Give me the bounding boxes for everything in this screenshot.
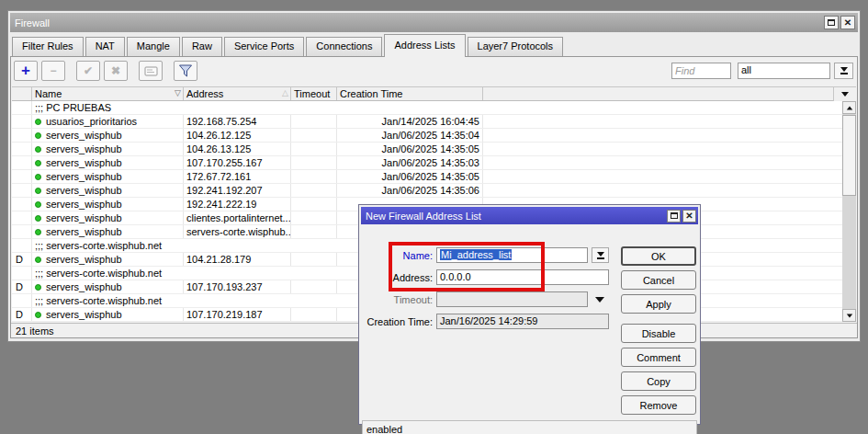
- check-icon: ✔: [84, 64, 93, 77]
- scroll-up-button[interactable]: [842, 101, 856, 114]
- disable-button[interactable]: ✖: [104, 61, 128, 81]
- tab-bar: Filter Rules NAT Mangle Raw Service Port…: [10, 32, 858, 56]
- timeout-cell: [291, 211, 337, 224]
- name-input[interactable]: Mi_address_list: [436, 247, 588, 263]
- name-cell: servers_wisphub: [32, 143, 184, 155]
- comment-button[interactable]: [139, 61, 163, 81]
- table-row[interactable]: servers_wisphub104.26.12.125Jan/06/2025 …: [12, 129, 856, 143]
- close-button[interactable]: ✕: [840, 16, 855, 29]
- dialog-maximize-button[interactable]: [667, 210, 681, 223]
- address-input[interactable]: 0.0.0.0: [436, 269, 609, 285]
- dialog-close-button[interactable]: ✕: [682, 210, 696, 223]
- name-value-selected: Mi_address_list: [440, 249, 512, 260]
- creation-time-cell: Jan/06/2025 14:35:05: [337, 143, 483, 155]
- header-timeout[interactable]: Timeout: [291, 87, 337, 100]
- address-cell: 104.21.28.179: [184, 253, 291, 266]
- name-cell: servers_wisphub: [32, 308, 184, 321]
- address-cell: 104.26.13.125: [184, 143, 291, 155]
- dropdown-load-icon: [840, 67, 848, 74]
- list-filter-dropdown-button[interactable]: [834, 63, 853, 79]
- maximize-button[interactable]: [824, 16, 839, 29]
- name-dropdown-button[interactable]: [592, 247, 609, 263]
- flag-cell: [12, 198, 32, 211]
- tab-connections[interactable]: Connections: [306, 37, 382, 56]
- header-filler: [483, 87, 856, 100]
- dialog-status-bar: enabled: [362, 420, 697, 434]
- tab-layer7-protocols[interactable]: Layer7 Protocols: [468, 37, 564, 56]
- comment-button[interactable]: Comment: [621, 348, 696, 367]
- remove-button[interactable]: −: [41, 61, 65, 81]
- filler-cell: [483, 115, 856, 128]
- disable-button[interactable]: Disable: [621, 324, 696, 343]
- arrow-down-icon: [846, 314, 851, 317]
- remove-button[interactable]: Remove: [621, 395, 696, 415]
- arrow-up-icon: [846, 106, 851, 109]
- sort-descending-icon: ▽: [175, 88, 181, 97]
- ok-button[interactable]: OK: [621, 246, 696, 266]
- table-row[interactable]: servers_wisphub192.241.192.207Jan/06/202…: [12, 184, 856, 198]
- close-icon: ✕: [844, 18, 851, 28]
- name-cell: servers_wisphub: [32, 129, 184, 142]
- header-creation-time[interactable]: Creation Time: [337, 87, 483, 100]
- scroll-down-button[interactable]: [842, 309, 856, 322]
- timeout-input[interactable]: [436, 291, 588, 307]
- enabled-dot-icon: [35, 119, 41, 125]
- timeout-dropdown-arrow-icon[interactable]: [595, 297, 604, 303]
- tab-address-lists[interactable]: Address Lists: [384, 34, 465, 57]
- enabled-dot-icon: [35, 257, 41, 263]
- column-select-button[interactable]: [833, 87, 856, 101]
- table-row[interactable]: usuarios_prioritarios192.168.75.254Jan/1…: [12, 115, 856, 129]
- enabled-dot-icon: [35, 146, 41, 153]
- list-filter-select[interactable]: all: [738, 63, 830, 79]
- apply-button[interactable]: Apply: [621, 294, 696, 314]
- cancel-button[interactable]: Cancel: [621, 270, 696, 290]
- flag-cell: [12, 156, 32, 169]
- address-cell: 107.170.219.187: [184, 308, 291, 321]
- plus-icon: +: [21, 64, 30, 77]
- enable-button[interactable]: ✔: [76, 61, 100, 81]
- find-input[interactable]: [671, 63, 731, 79]
- enabled-dot-icon: [35, 174, 41, 180]
- tab-nat[interactable]: NAT: [85, 37, 125, 56]
- copy-button[interactable]: Copy: [621, 371, 696, 391]
- flag-cell: [12, 115, 32, 128]
- tab-service-ports[interactable]: Service Ports: [224, 37, 304, 56]
- creation-time-field: Jan/16/2025 14:29:59: [436, 314, 609, 329]
- creation-time-label: Creation Time:: [361, 316, 433, 327]
- comment-text: ;;; PC PRUEBAS: [32, 101, 856, 114]
- tab-mangle[interactable]: Mangle: [127, 37, 180, 56]
- scrollbar-thumb[interactable]: [842, 115, 856, 196]
- table-header: Name ▽ Address △ Timeout Creation Time: [12, 86, 856, 101]
- filter-button[interactable]: [174, 61, 197, 81]
- entry-name: servers_wisphub: [46, 171, 122, 182]
- vertical-scrollbar[interactable]: [842, 101, 856, 322]
- dialog-titlebar[interactable]: New Firewall Address List ✕: [361, 207, 698, 224]
- toolbar: + − ✔ ✖: [14, 61, 201, 81]
- flag-cell: [12, 211, 32, 224]
- table-row[interactable]: servers_wisphub104.26.13.125Jan/06/2025 …: [12, 143, 856, 156]
- timeout-cell: [291, 184, 337, 197]
- flag-cell: [12, 129, 32, 142]
- maximize-icon: [828, 19, 835, 26]
- enabled-dot-icon: [35, 215, 41, 222]
- tab-filter-rules[interactable]: Filter Rules: [12, 37, 84, 56]
- entry-name: servers_wisphub: [46, 143, 122, 154]
- creation-time-cell: Jan/06/2025 14:35:03: [337, 156, 483, 169]
- table-row[interactable]: servers_wisphub107.170.255.167Jan/06/202…: [12, 156, 856, 170]
- name-cell: usuarios_prioritarios: [32, 115, 184, 128]
- window-titlebar[interactable]: Firewall ✕: [10, 13, 858, 32]
- dialog-body: Name: Mi_address_list Address: 0.0.0.0 T…: [361, 224, 698, 422]
- header-address[interactable]: Address △: [184, 87, 291, 100]
- new-address-list-dialog: New Firewall Address List ✕ Name: Mi_add…: [358, 204, 701, 425]
- table-row[interactable]: servers_wisphub172.67.72.161Jan/06/2025 …: [12, 170, 856, 184]
- tab-raw[interactable]: Raw: [182, 37, 222, 56]
- timeout-cell: [291, 198, 337, 211]
- header-name[interactable]: Name ▽: [32, 87, 184, 100]
- timeout-cell: [291, 280, 337, 293]
- header-flags[interactable]: [12, 87, 32, 100]
- address-cell: 192.168.75.254: [184, 115, 291, 128]
- enabled-dot-icon: [35, 132, 41, 139]
- comment-row[interactable]: ;;; PC PRUEBAS: [12, 101, 856, 115]
- add-button[interactable]: +: [14, 61, 38, 81]
- filter-funnel-icon: [178, 64, 193, 77]
